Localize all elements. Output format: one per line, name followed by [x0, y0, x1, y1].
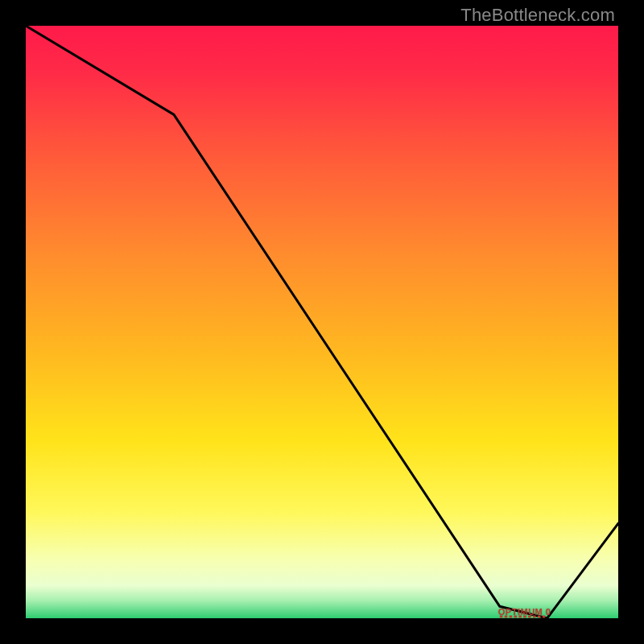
gradient-background: [26, 26, 618, 618]
optimum-label: OPTIMUM 0: [498, 607, 551, 617]
chart-frame: OPTIMUM 0: [26, 26, 618, 618]
attribution-text: TheBottleneck.com: [460, 5, 615, 26]
bottleneck-chart: [26, 26, 618, 618]
